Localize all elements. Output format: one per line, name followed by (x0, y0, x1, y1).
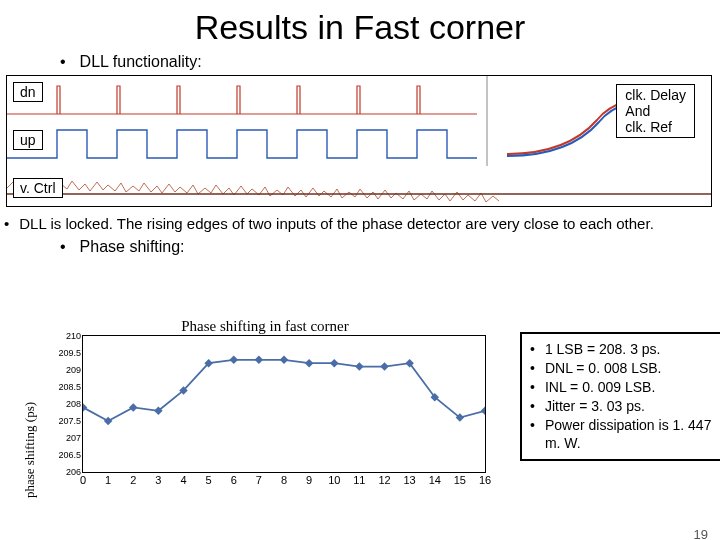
bullet-dot-icon: • (530, 416, 535, 454)
label-up: up (13, 130, 43, 150)
y-tick: 207 (66, 434, 81, 443)
x-tick: 5 (206, 474, 212, 486)
locked-text: DLL is locked. The rising edges of two i… (19, 215, 654, 232)
bullet-dot-icon: • (530, 378, 535, 397)
bullet-phase: • Phase shifting: (60, 238, 720, 256)
svg-rect-16 (305, 359, 313, 367)
svg-rect-9 (129, 403, 137, 411)
svg-rect-23 (481, 407, 485, 415)
x-tick: 3 (155, 474, 161, 486)
x-tick: 14 (429, 474, 441, 486)
bullet-dot-icon: • (60, 238, 66, 256)
y-tick: 210 (66, 332, 81, 341)
svg-rect-15 (280, 356, 288, 364)
spec-inl: INL = 0. 009 LSB. (545, 378, 655, 397)
y-axis-label: phase shifting (ps) (22, 402, 38, 498)
x-tick: 12 (378, 474, 390, 486)
y-tick: 209 (66, 366, 81, 375)
chart-plot-area: 206206.5207207.5208208.5209209.521001234… (82, 335, 486, 473)
y-tick: 206.5 (58, 451, 81, 460)
y-tick: 209.5 (58, 349, 81, 358)
label-vctrl: v. Ctrl (13, 178, 63, 198)
phase-chart: Phase shifting in fast corner phase shif… (30, 318, 500, 508)
bullet-dot-icon: • (530, 397, 535, 416)
bullet-dll-func-text: DLL functionality: (80, 53, 202, 71)
chart-svg (83, 336, 485, 472)
bullet-dot-icon: • (530, 359, 535, 378)
y-tick: 208 (66, 400, 81, 409)
svg-rect-3 (7, 164, 711, 206)
x-tick: 1 (105, 474, 111, 486)
svg-rect-13 (230, 356, 238, 364)
page-number: 19 (694, 527, 708, 540)
x-tick: 7 (256, 474, 262, 486)
x-tick: 2 (130, 474, 136, 486)
spec-jit: Jitter = 3. 03 ps. (545, 397, 645, 416)
x-tick: 15 (454, 474, 466, 486)
bullet-dot-icon: • (60, 53, 66, 71)
specs-box: •1 LSB = 208. 3 ps. •DNL = 0. 008 LSB. •… (520, 332, 720, 461)
x-tick: 6 (231, 474, 237, 486)
svg-rect-17 (330, 359, 338, 367)
bullet-dll-func: • DLL functionality: (60, 53, 720, 71)
spec-lsb: 1 LSB = 208. 3 ps. (545, 340, 661, 359)
y-tick: 207.5 (58, 417, 81, 426)
label-clk: clk. Delay And clk. Ref (616, 84, 695, 138)
spec-dnl: DNL = 0. 008 LSB. (545, 359, 662, 378)
x-tick: 4 (180, 474, 186, 486)
svg-rect-19 (380, 362, 388, 370)
x-tick: 16 (479, 474, 491, 486)
bullet-dot-icon: • (4, 215, 9, 232)
page-title: Results in Fast corner (0, 8, 720, 47)
y-tick: 208.5 (58, 383, 81, 392)
x-tick: 13 (404, 474, 416, 486)
bullet-locked: • DLL is locked. The rising edges of two… (4, 215, 720, 232)
x-tick: 8 (281, 474, 287, 486)
spec-pow: Power dissipation is 1. 447 m. W. (545, 416, 720, 454)
x-tick: 0 (80, 474, 86, 486)
x-tick: 9 (306, 474, 312, 486)
bullet-phase-text: Phase shifting: (80, 238, 185, 256)
x-tick: 10 (328, 474, 340, 486)
bullet-dot-icon: • (530, 340, 535, 359)
x-tick: 11 (353, 474, 365, 486)
waveform-screenshot: dn up v. Ctrl clk. Delay And clk. Ref (6, 75, 712, 207)
label-dn: dn (13, 82, 43, 102)
chart-title: Phase shifting in fast corner (30, 318, 500, 335)
svg-rect-14 (255, 356, 263, 364)
y-tick: 206 (66, 468, 81, 477)
svg-rect-8 (104, 417, 112, 425)
svg-rect-18 (355, 362, 363, 370)
waveform-svg (7, 76, 711, 206)
